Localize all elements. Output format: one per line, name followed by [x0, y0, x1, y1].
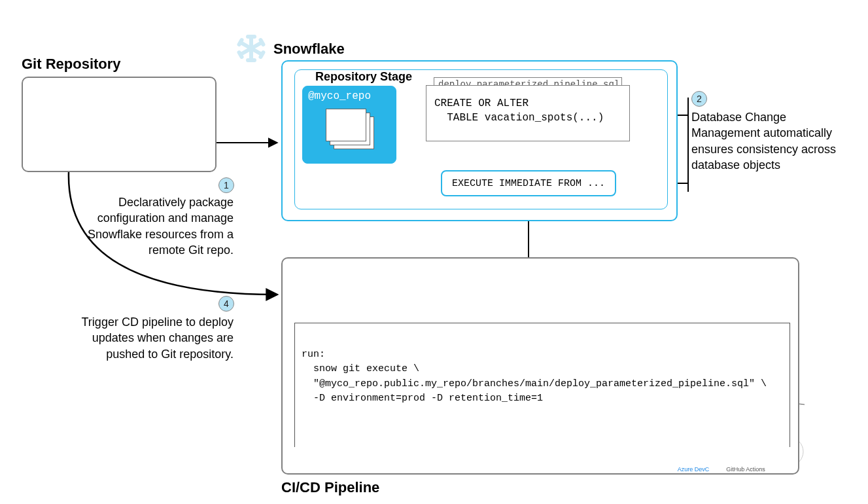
execute-immediate-text: EXECUTE IMMEDIATE FROM ...	[452, 178, 605, 189]
script-line-4: -D environment=prod -D retention_time=1	[302, 393, 543, 404]
badge-1: 1	[218, 177, 234, 193]
repository-stage-box: @myco_repo	[302, 86, 396, 164]
annotation-2: Database Change Management automatically…	[691, 109, 855, 173]
snowflake-title: Snowflake	[273, 41, 345, 58]
svg-line-18	[260, 52, 263, 57]
sql-line-1: CREATE OR ALTER	[434, 96, 623, 111]
sql-line-2: TABLE vacation_spots(...)	[434, 111, 623, 125]
cicd-pipeline-title: CI/CD Pipeline	[281, 479, 379, 496]
azure-devops-label: Azure DevC	[670, 466, 716, 473]
git-repository-box	[22, 77, 217, 172]
repository-stage-title: Repository Stage	[315, 70, 412, 84]
badge-4: 4	[218, 296, 234, 312]
annotation-4: Trigger CD pipeline to deploy updates wh…	[74, 314, 234, 362]
sql-file-box: CREATE OR ALTER TABLE vacation_spots(...…	[426, 85, 630, 141]
script-line-3: "@myco_repo.public.my_repo/branches/main…	[302, 378, 767, 389]
script-line-1: run:	[302, 349, 325, 360]
execute-immediate-box: EXECUTE IMMEDIATE FROM ...	[441, 170, 616, 196]
svg-line-20	[260, 40, 263, 45]
svg-line-17	[239, 40, 242, 45]
script-line-2: snow git execute \	[302, 363, 419, 374]
badge-2: 2	[691, 91, 707, 107]
script-box: run: snow git execute \ "@myco_repo.publ…	[294, 323, 790, 447]
svg-line-19	[239, 52, 242, 57]
github-actions-label: GitHub Actions	[720, 466, 772, 473]
svg-line-14	[241, 43, 262, 54]
git-repository-title: Git Repository	[22, 56, 121, 73]
annotation-1: Declaratively package configuration and …	[74, 194, 234, 258]
svg-line-13	[241, 43, 262, 54]
repo-stage-name: @myco_repo	[303, 86, 396, 102]
